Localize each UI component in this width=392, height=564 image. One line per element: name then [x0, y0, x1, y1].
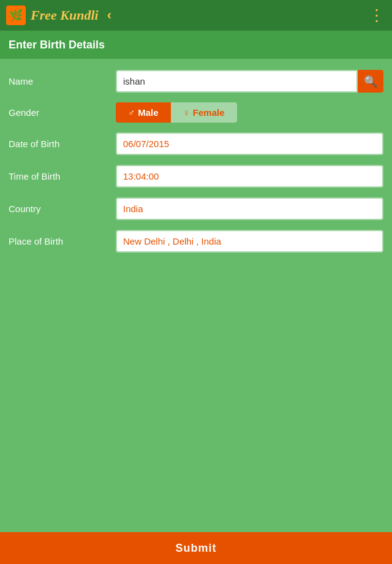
dob-input-wrapper [116, 132, 383, 155]
gender-options: ♂ Male ♀ Female [116, 102, 237, 123]
form-area: Name 🔍 Gender ♂ Male ♀ Female Date of Bi… [0, 59, 392, 532]
tob-input[interactable] [116, 165, 383, 188]
search-button[interactable]: 🔍 [358, 70, 383, 93]
country-label: Country [9, 204, 116, 214]
country-input-wrapper [116, 197, 383, 220]
tob-label: Time of Birth [9, 171, 116, 181]
app-title: Free Kundli [31, 7, 99, 23]
app-logo: 🌿 [6, 6, 26, 25]
male-label: Male [138, 107, 158, 118]
name-label: Name [9, 76, 116, 86]
back-button[interactable]: ‹ [107, 7, 111, 23]
dob-label: Date of Birth [9, 139, 116, 149]
female-label: Female [193, 107, 225, 118]
country-input[interactable] [116, 197, 383, 220]
name-row: Name 🔍 [0, 65, 392, 97]
pob-input-wrapper [116, 230, 383, 253]
name-input[interactable] [116, 70, 358, 93]
search-icon: 🔍 [364, 75, 377, 88]
country-row: Country [0, 192, 392, 225]
tob-row: Time of Birth [0, 160, 392, 192]
pob-label: Place of Birth [9, 236, 116, 246]
gender-row: Gender ♂ Male ♀ Female [0, 97, 392, 128]
male-button[interactable]: ♂ Male [116, 102, 171, 123]
menu-icon[interactable] [369, 6, 386, 25]
pob-input[interactable] [116, 230, 383, 253]
dob-input[interactable] [116, 132, 383, 155]
header-left: 🌿 Free Kundli ‹ [6, 6, 111, 25]
gender-label: Gender [9, 107, 116, 118]
dob-row: Date of Birth [0, 128, 392, 160]
page-title: Enter Birth Details [9, 39, 105, 51]
female-button[interactable]: ♀ Female [171, 102, 237, 123]
pob-row: Place of Birth [0, 225, 392, 257]
footer-bar: Submit [0, 532, 392, 564]
female-symbol: ♀ [183, 107, 190, 118]
male-symbol: ♂ [128, 107, 135, 118]
page-title-bar: Enter Birth Details [0, 31, 392, 59]
tob-input-wrapper [116, 165, 383, 188]
app-header: 🌿 Free Kundli ‹ [0, 0, 392, 31]
submit-button[interactable]: Submit [176, 542, 217, 555]
name-input-wrapper: 🔍 [116, 70, 383, 93]
